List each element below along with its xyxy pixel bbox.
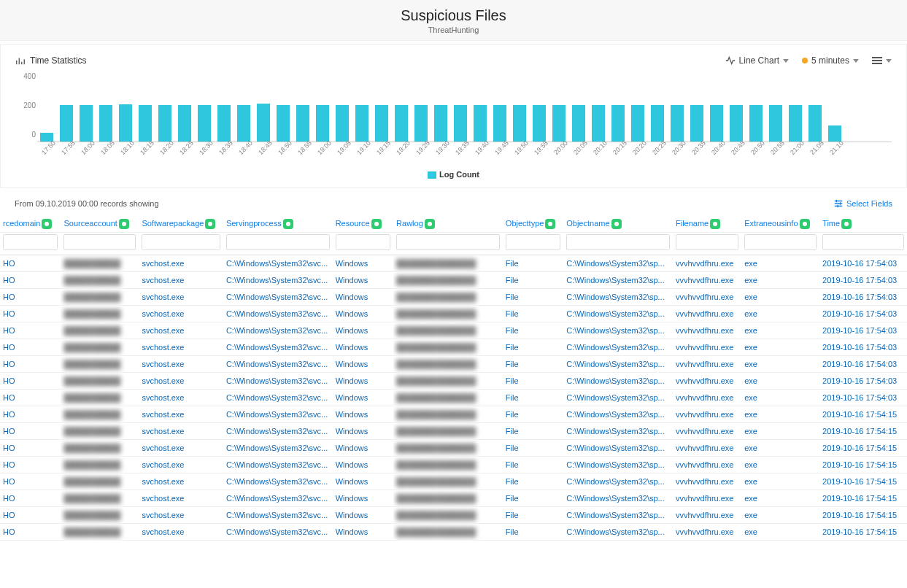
cell-objecttype: File: [503, 490, 563, 507]
cell-rcedomain: HO: [0, 289, 61, 306]
chart-bar[interactable]: [651, 105, 664, 142]
table-row[interactable]: HO██████████svchost.exeC:\Windows\System…: [0, 322, 907, 339]
x-tick: 18:50: [277, 142, 291, 156]
table-row[interactable]: HO██████████svchost.exeC:\Windows\System…: [0, 373, 907, 390]
cell-extraneousinfo: exe: [741, 473, 819, 490]
filter-input-objectname[interactable]: [566, 234, 670, 250]
x-tick: 20:10: [592, 142, 606, 156]
cell-time: 2019-10-16 17:54:03: [819, 390, 907, 406]
chart-bar[interactable]: [60, 105, 73, 142]
table-row[interactable]: HO██████████svchost.exeC:\Windows\System…: [0, 524, 907, 541]
filter-input-rawlog[interactable]: [396, 234, 500, 250]
chart-bar[interactable]: [217, 105, 231, 142]
filter-input-rcedomain[interactable]: [3, 234, 58, 250]
chart-bar[interactable]: [631, 105, 644, 142]
cell-time: 2019-10-16 17:54:15: [819, 423, 907, 440]
chart-type-selector[interactable]: Line Chart: [725, 55, 789, 66]
chart-bar[interactable]: [552, 105, 566, 142]
chart-bar[interactable]: [513, 105, 526, 142]
table-row[interactable]: HO██████████svchost.exeC:\Windows\System…: [0, 272, 907, 289]
col-header-rawlog[interactable]: Rawlog: [393, 213, 503, 233]
chart-bar[interactable]: [158, 105, 171, 142]
chart-bar[interactable]: [533, 105, 546, 142]
chart-bar[interactable]: [730, 105, 743, 142]
cell-extraneousinfo: exe: [741, 339, 819, 356]
table-row[interactable]: HO██████████svchost.exeC:\Windows\System…: [0, 390, 907, 406]
table-row[interactable]: HO██████████svchost.exeC:\Windows\System…: [0, 473, 907, 490]
col-header-objectname[interactable]: Objectname: [563, 213, 673, 233]
chart-bar[interactable]: [434, 105, 447, 142]
chart-bar[interactable]: [119, 104, 132, 142]
table-row[interactable]: HO██████████svchost.exeC:\Windows\System…: [0, 457, 907, 473]
filter-input-extraneousinfo[interactable]: [744, 234, 817, 250]
col-header-rcedomain[interactable]: rcedomain: [0, 213, 61, 233]
chart-bar[interactable]: [749, 105, 763, 142]
chart-bar[interactable]: [789, 105, 802, 142]
col-header-objecttype[interactable]: Objecttype: [503, 213, 563, 233]
cell-objectname: C:\Windows\System32\sp...: [563, 457, 673, 473]
filter-input-servingprocess[interactable]: [226, 234, 330, 250]
chart-bar[interactable]: [375, 105, 388, 142]
chart-bar[interactable]: [395, 105, 408, 142]
chart-bar[interactable]: [277, 105, 290, 142]
cell-sourceaccount: ██████████: [61, 339, 139, 356]
col-badge-icon: [119, 219, 129, 229]
col-header-sourceaccount[interactable]: Sourceaccount: [61, 213, 139, 233]
interval-selector[interactable]: 5 minutes: [802, 55, 859, 66]
chevron-down-icon: [886, 59, 892, 63]
cell-rawlog: ██████████████: [393, 255, 503, 272]
table-row[interactable]: HO██████████svchost.exeC:\Windows\System…: [0, 339, 907, 356]
table-row[interactable]: HO██████████svchost.exeC:\Windows\System…: [0, 356, 907, 373]
filter-input-resource[interactable]: [336, 234, 390, 250]
table-row[interactable]: HO██████████svchost.exeC:\Windows\System…: [0, 306, 907, 322]
col-header-time[interactable]: Time: [819, 213, 907, 233]
col-header-resource[interactable]: Resource: [333, 213, 393, 233]
cell-extraneousinfo: exe: [741, 356, 819, 373]
select-fields-button[interactable]: Select Fields: [833, 198, 892, 209]
table-row[interactable]: HO██████████svchost.exeC:\Windows\System…: [0, 507, 907, 524]
chart-bar[interactable]: [355, 105, 368, 142]
col-header-filename[interactable]: Filename: [673, 213, 741, 233]
cell-servingprocess: C:\Windows\System32\svc...: [223, 255, 333, 272]
col-header-extraneousinfo[interactable]: Extraneousinfo: [741, 213, 819, 233]
table-row[interactable]: HO██████████svchost.exeC:\Windows\System…: [0, 289, 907, 306]
chart-bar[interactable]: [99, 105, 112, 142]
table-row[interactable]: HO██████████svchost.exeC:\Windows\System…: [0, 406, 907, 423]
chart-bar[interactable]: [237, 105, 250, 142]
col-header-softwarepackage[interactable]: Softwarepackage: [139, 213, 223, 233]
chart-bar[interactable]: [671, 105, 684, 142]
chart-bar[interactable]: [454, 105, 467, 142]
chart-bar[interactable]: [690, 105, 703, 142]
filter-input-time[interactable]: [822, 234, 904, 250]
filter-input-softwarepackage[interactable]: [142, 234, 220, 250]
chart-menu-button[interactable]: [872, 57, 892, 64]
chart-bar[interactable]: [336, 105, 349, 142]
chart-bar[interactable]: [611, 105, 625, 142]
chart-bar[interactable]: [592, 105, 605, 142]
table-row[interactable]: HO██████████svchost.exeC:\Windows\System…: [0, 255, 907, 272]
chart-bar[interactable]: [414, 105, 428, 142]
chart-bar[interactable]: [139, 105, 152, 142]
chart-bar[interactable]: [572, 105, 585, 142]
chart-bar[interactable]: [493, 105, 506, 142]
chart-bar[interactable]: [198, 105, 211, 142]
filter-input-objecttype[interactable]: [506, 234, 560, 250]
chart-bar[interactable]: [474, 105, 487, 142]
chart-bar[interactable]: [178, 105, 191, 142]
table-row[interactable]: HO██████████svchost.exeC:\Windows\System…: [0, 440, 907, 457]
chart-bar[interactable]: [710, 105, 723, 142]
cell-time: 2019-10-16 17:54:15: [819, 490, 907, 507]
col-header-servingprocess[interactable]: Servingprocess: [223, 213, 333, 233]
chart-bar[interactable]: [80, 105, 93, 142]
chart-bar[interactable]: [316, 105, 329, 142]
cell-objectname: C:\Windows\System32\sp...: [563, 339, 673, 356]
filter-input-sourceaccount[interactable]: [63, 234, 136, 250]
chart-bar[interactable]: [769, 105, 782, 142]
table-row[interactable]: HO██████████svchost.exeC:\Windows\System…: [0, 490, 907, 507]
chart-bar[interactable]: [296, 105, 309, 142]
table-row[interactable]: HO██████████svchost.exeC:\Windows\System…: [0, 423, 907, 440]
filter-input-filename[interactable]: [676, 234, 738, 250]
chart-bar[interactable]: [808, 105, 822, 142]
chart-bar[interactable]: [257, 104, 270, 142]
cell-extraneousinfo: exe: [741, 390, 819, 406]
